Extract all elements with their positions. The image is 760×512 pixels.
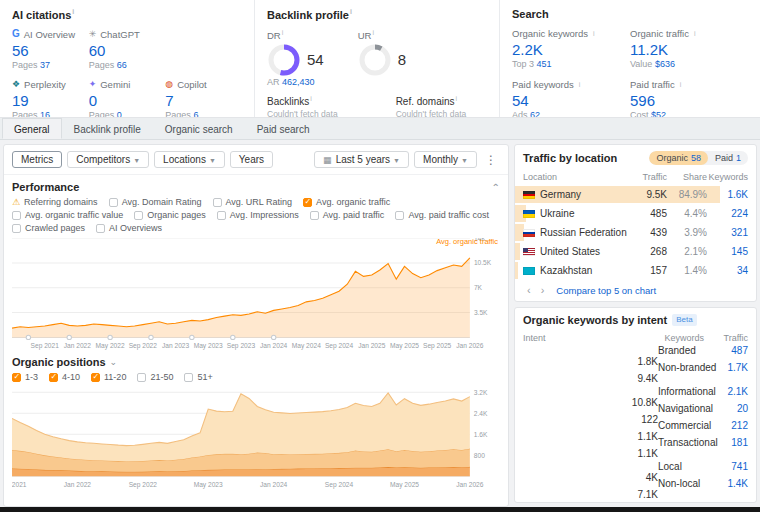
toggle-organic[interactable]: Organic58	[649, 151, 708, 165]
positions-filter-11-20[interactable]: 11-20	[91, 372, 126, 382]
organic-keywords-value[interactable]: 2.2K	[512, 41, 543, 58]
intent-row-informational[interactable]: Informational 2.1K 10.8K	[515, 386, 756, 403]
location-row-ukraine[interactable]: Ukraine 485 4.4% 224	[515, 204, 756, 223]
country-name: Ukraine	[540, 208, 574, 219]
tab-backlink-profile[interactable]: Backlink profile	[62, 118, 153, 139]
paid-keywords-value[interactable]: 54	[512, 92, 529, 109]
metric-avg-organic-traffic[interactable]: Avg. organic traffic	[303, 197, 390, 207]
traffic-value: 9.5K	[627, 189, 667, 200]
keywords-link[interactable]: 20	[704, 403, 748, 414]
next-page-icon[interactable]: ›	[537, 284, 549, 296]
tab-general[interactable]: General	[2, 118, 62, 139]
competitors-filter-button[interactable]: Competitors▼	[67, 151, 149, 168]
granularity-button[interactable]: Monthly▼	[414, 151, 477, 168]
years-filter-button[interactable]: Years	[230, 151, 273, 168]
svg-text:Jan 2024: Jan 2024	[260, 482, 288, 489]
chevron-down-icon[interactable]: ⌄	[110, 357, 118, 367]
metric-avg-organic-traffic-value[interactable]: Avg. organic traffic value	[12, 210, 123, 220]
collapse-icon[interactable]: ⌃	[492, 182, 500, 193]
metric-avg-url-rating[interactable]: Avg. URL Rating	[213, 197, 293, 207]
chevron-down-icon: ▼	[393, 157, 400, 164]
keywords-link[interactable]: 1.7K	[704, 362, 748, 373]
metric-avg-domain-rating[interactable]: Avg. Domain Rating	[109, 197, 202, 207]
chatgpt-count[interactable]: 60	[89, 42, 106, 59]
metric-crawled-pages[interactable]: Crawled pages	[12, 223, 85, 233]
backlinks-label: Backlinks	[267, 96, 309, 107]
intent-row-branded[interactable]: Branded 487 1.8K	[515, 345, 756, 362]
copilot-count[interactable]: 7	[165, 92, 173, 109]
col-share[interactable]: Share	[667, 172, 707, 182]
svg-text:May 2025: May 2025	[390, 482, 419, 490]
metric-avg-impressions[interactable]: Avg. Impressions	[217, 210, 299, 220]
traffic-value-amount[interactable]: $636	[655, 59, 675, 69]
col-location[interactable]: Location	[523, 172, 627, 182]
dr-value: 54	[307, 51, 324, 68]
positions-filter-4-10[interactable]: 4-10	[49, 372, 80, 382]
location-row-united-states[interactable]: United States 268 2.1% 145	[515, 242, 756, 261]
svg-text:10.5K: 10.5K	[474, 259, 492, 266]
pages-count[interactable]: 66	[117, 60, 127, 70]
svg-text:3.2K: 3.2K	[474, 389, 488, 396]
cost-amount[interactable]: $52	[651, 110, 666, 117]
sub-label: Cost	[630, 110, 649, 117]
organic-traffic-value[interactable]: 11.2K	[630, 41, 668, 58]
positions-filter-21-50[interactable]: 21-50	[137, 372, 173, 382]
top3-count[interactable]: 451	[537, 59, 552, 69]
metric-referring-domains[interactable]: ⚠Referring domains	[12, 197, 98, 207]
backlink-profile-panel: Backlink profilei DRi 54 AR 462,430 URi	[255, 0, 500, 117]
keywords-by-intent-card: Organic keywords by intent Beta Intent K…	[514, 307, 757, 503]
tab-organic-search[interactable]: Organic search	[153, 118, 245, 139]
date-range-button[interactable]: ▦Last 5 years▼	[314, 151, 409, 168]
pages-count[interactable]: 6	[193, 110, 198, 117]
positions-filter-1-3[interactable]: 1-3	[12, 372, 38, 382]
metric-label: Avg. paid traffic cost	[408, 210, 489, 220]
share-value: 84.9%	[667, 189, 707, 200]
metric-avg-paid-traffic[interactable]: Avg. paid traffic	[310, 210, 385, 220]
pages-count[interactable]: 37	[40, 60, 50, 70]
traffic-value: 268	[627, 246, 667, 257]
location-row-germany[interactable]: Germany 9.5K 84.9% 1.6K	[515, 185, 756, 204]
location-row-kazakhstan[interactable]: Kazakhstan 157 1.4% 34	[515, 261, 756, 280]
pages-count[interactable]: 16	[40, 110, 50, 117]
paid-traffic-value[interactable]: 596	[630, 92, 655, 109]
metrics-filter-button[interactable]: Metrics	[12, 151, 62, 168]
pages-count[interactable]: 0	[117, 110, 122, 117]
location-row-russian-federation[interactable]: Russian Federation 439 3.9% 321	[515, 223, 756, 242]
svg-text:May 2023: May 2023	[194, 342, 223, 350]
ads-count[interactable]: 62	[530, 110, 540, 117]
compare-top5-link[interactable]: Compare top 5 on chart	[556, 285, 656, 296]
keywords-link[interactable]: 741	[704, 461, 748, 472]
keywords-link[interactable]: 212	[704, 420, 748, 431]
keywords-link[interactable]: 487	[704, 345, 748, 356]
keywords-link[interactable]: 321	[707, 227, 748, 238]
perplexity-count[interactable]: 19	[12, 92, 29, 109]
locations-filter-button[interactable]: Locations▼	[154, 151, 225, 168]
ai-overview-count[interactable]: 56	[12, 42, 29, 59]
positions-filter-51plus[interactable]: 51+	[184, 372, 212, 382]
keywords-link[interactable]: 145	[707, 246, 748, 257]
ai-cell-copilot: ◍Copilot 7 Pages 6	[165, 79, 242, 117]
keywords-link[interactable]: 1.4K	[704, 478, 748, 489]
keywords-link[interactable]: 34	[707, 265, 748, 276]
keywords-link[interactable]: 224	[707, 208, 748, 219]
country-name: United States	[540, 246, 600, 257]
metric-organic-pages[interactable]: Organic pages	[134, 210, 206, 220]
tab-paid-search[interactable]: Paid search	[245, 118, 322, 139]
filter-label: 4-10	[62, 372, 80, 382]
gemini-count[interactable]: 0	[89, 92, 97, 109]
more-options-icon[interactable]: ⋮	[482, 153, 500, 167]
ar-value[interactable]: 462,430	[282, 77, 315, 87]
keywords-link[interactable]: 2.1K	[704, 386, 748, 397]
metric-avg-paid-traffic-cost[interactable]: Avg. paid traffic cost	[395, 210, 489, 220]
keywords-link[interactable]: 181	[704, 437, 748, 448]
intent-row-local[interactable]: Local 741 4K	[515, 461, 756, 478]
metric-ai-overviews[interactable]: AI Overviews	[96, 223, 162, 233]
toggle-paid[interactable]: Paid1	[708, 151, 748, 165]
prev-page-icon[interactable]: ‹	[523, 284, 535, 296]
metric-label: Avg. URL Rating	[226, 197, 293, 207]
keywords-link[interactable]: 1.6K	[707, 189, 748, 200]
col-keywords[interactable]: Keywords	[707, 172, 748, 182]
col-traffic[interactable]: Traffic	[627, 172, 667, 182]
svg-text:Jan 2022: Jan 2022	[64, 482, 92, 489]
metric-label: Avg. Impressions	[230, 210, 299, 220]
